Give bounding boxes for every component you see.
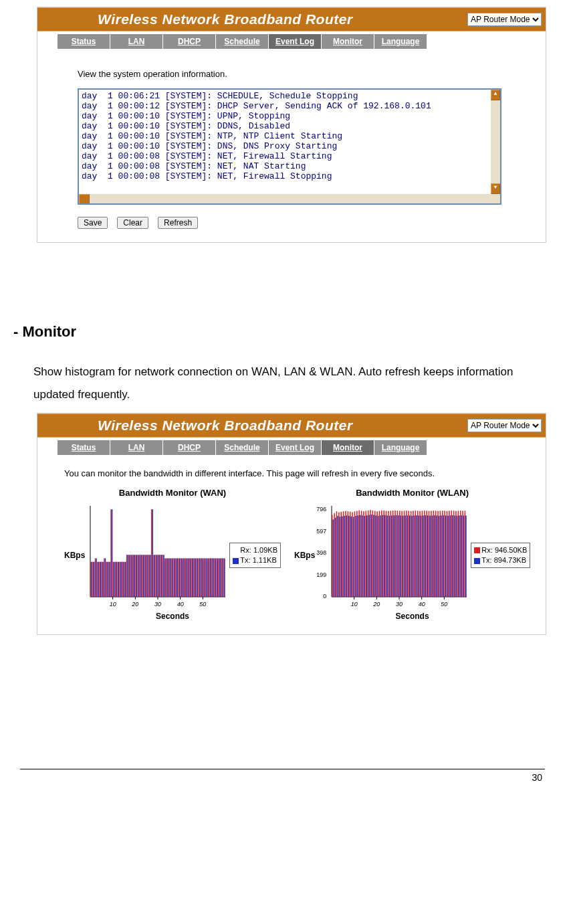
- chart-canvas: 1020304050: [328, 502, 468, 609]
- svg-rect-9: [98, 562, 100, 597]
- svg-rect-89: [189, 558, 190, 597]
- svg-rect-81: [179, 558, 181, 597]
- svg-rect-232: [442, 511, 443, 597]
- tab-monitor[interactable]: Monitor: [322, 440, 374, 455]
- svg-rect-159: [360, 515, 361, 597]
- x-axis-label: Seconds: [64, 612, 281, 621]
- tab-eventlog[interactable]: Event Log: [269, 440, 322, 455]
- svg-rect-103: [204, 558, 205, 597]
- mode-select[interactable]: AP Router Mode: [467, 419, 542, 432]
- svg-rect-188: [392, 511, 394, 597]
- log-textarea[interactable]: day 1 00:06:21 [SYSTEM]: SCHEDULE, Sched…: [78, 88, 501, 205]
- legend: Rx: 1.09KB Tx: 1.11KB: [229, 543, 281, 569]
- svg-rect-158: [359, 511, 360, 597]
- svg-rect-231: [441, 515, 442, 597]
- svg-rect-242: [453, 511, 455, 597]
- svg-rect-25: [116, 562, 118, 597]
- mode-select[interactable]: AP Router Mode: [467, 13, 542, 26]
- svg-rect-69: [166, 558, 167, 597]
- legend-tx-label: Tx: 894.73KB: [481, 556, 526, 564]
- svg-rect-86: [185, 558, 187, 597]
- log-line: day 1 00:00:10 [SYSTEM]: DNS, DNS Proxy …: [82, 141, 497, 151]
- svg-rect-215: [423, 515, 425, 597]
- svg-rect-152: [352, 513, 354, 597]
- svg-rect-7: [96, 558, 98, 597]
- legend: Rx: 946.50KB Tx: 894.73KB: [471, 543, 530, 569]
- x-axis-label: Seconds: [294, 612, 530, 621]
- svg-rect-176: [379, 511, 380, 597]
- tab-schedule[interactable]: Schedule: [216, 34, 269, 49]
- svg-rect-79: [177, 558, 179, 597]
- svg-rect-203: [409, 515, 411, 597]
- scroll-down-icon[interactable]: ▼: [491, 183, 500, 194]
- svg-rect-48: [142, 555, 144, 597]
- svg-rect-92: [192, 558, 193, 597]
- tab-schedule[interactable]: Schedule: [216, 440, 269, 455]
- svg-rect-138: [336, 511, 338, 597]
- tab-bar: Status LAN DHCP Schedule Event Log Monit…: [37, 438, 546, 455]
- svg-rect-51: [146, 555, 147, 597]
- svg-rect-160: [361, 511, 362, 597]
- svg-rect-195: [401, 515, 402, 597]
- svg-text:40: 40: [419, 601, 425, 608]
- svg-rect-170: [372, 511, 374, 597]
- tab-status[interactable]: Status: [58, 34, 110, 49]
- svg-rect-233: [443, 515, 445, 597]
- svg-rect-240: [451, 511, 453, 597]
- title-bar: Wireless Network Broadband Router AP Rou…: [37, 413, 546, 438]
- svg-rect-230: [440, 511, 441, 597]
- scroll-left-icon[interactable]: [79, 194, 90, 205]
- svg-rect-19: [110, 562, 111, 597]
- svg-rect-97: [197, 558, 199, 597]
- svg-rect-193: [399, 515, 400, 597]
- svg-rect-164: [366, 511, 367, 597]
- tab-status[interactable]: Status: [58, 440, 110, 455]
- legend-tx-swatch-icon: [233, 558, 239, 564]
- svg-rect-189: [394, 515, 395, 597]
- tab-dhcp[interactable]: DHCP: [163, 440, 216, 455]
- tab-monitor[interactable]: Monitor: [322, 34, 374, 49]
- tab-eventlog[interactable]: Event Log: [269, 34, 322, 49]
- svg-rect-186: [390, 511, 392, 597]
- scroll-up-icon[interactable]: ▲: [491, 90, 500, 100]
- scrollbar-horizontal[interactable]: [79, 194, 491, 203]
- log-line: day 1 00:00:10 [SYSTEM]: DDNS, Disabled: [82, 121, 497, 131]
- tab-language[interactable]: Language: [374, 440, 427, 455]
- svg-rect-47: [141, 555, 142, 597]
- svg-rect-14: [104, 558, 106, 597]
- log-content: day 1 00:06:21 [SYSTEM]: SCHEDULE, Sched…: [79, 90, 500, 183]
- svg-rect-115: [217, 558, 219, 597]
- refresh-button[interactable]: Refresh: [158, 217, 198, 229]
- svg-rect-200: [406, 511, 407, 597]
- scrollbar-vertical[interactable]: ▲ ▼: [491, 90, 500, 194]
- resize-grip-icon[interactable]: [491, 194, 500, 203]
- svg-rect-83: [182, 558, 183, 597]
- svg-rect-177: [380, 515, 382, 597]
- svg-rect-249: [461, 515, 463, 597]
- svg-rect-243: [455, 515, 456, 597]
- body-area: View the system operation information. d…: [37, 49, 546, 242]
- log-line: day 1 00:00:12 [SYSTEM]: DHCP Server, Se…: [82, 101, 497, 111]
- svg-rect-142: [341, 512, 342, 597]
- svg-text:20: 20: [132, 601, 139, 608]
- tab-dhcp[interactable]: DHCP: [163, 34, 216, 49]
- svg-rect-248: [460, 511, 461, 597]
- log-line: day 1 00:00:10 [SYSTEM]: UPNP, Stopping: [82, 111, 497, 121]
- save-button[interactable]: Save: [78, 217, 108, 229]
- svg-rect-40: [133, 555, 134, 597]
- svg-text:20: 20: [373, 601, 380, 608]
- svg-rect-155: [356, 516, 357, 597]
- description: View the system operation information.: [78, 69, 532, 79]
- svg-rect-204: [411, 511, 412, 597]
- svg-rect-39: [132, 555, 133, 597]
- svg-rect-154: [354, 511, 356, 597]
- svg-rect-88: [187, 558, 189, 597]
- tab-language[interactable]: Language: [374, 34, 427, 49]
- svg-text:40: 40: [177, 601, 184, 608]
- svg-rect-183: [387, 515, 388, 597]
- tab-lan[interactable]: LAN: [110, 34, 163, 49]
- svg-text:10: 10: [351, 601, 358, 608]
- clear-button[interactable]: Clear: [117, 217, 148, 229]
- svg-rect-179: [382, 515, 384, 597]
- tab-lan[interactable]: LAN: [110, 440, 163, 455]
